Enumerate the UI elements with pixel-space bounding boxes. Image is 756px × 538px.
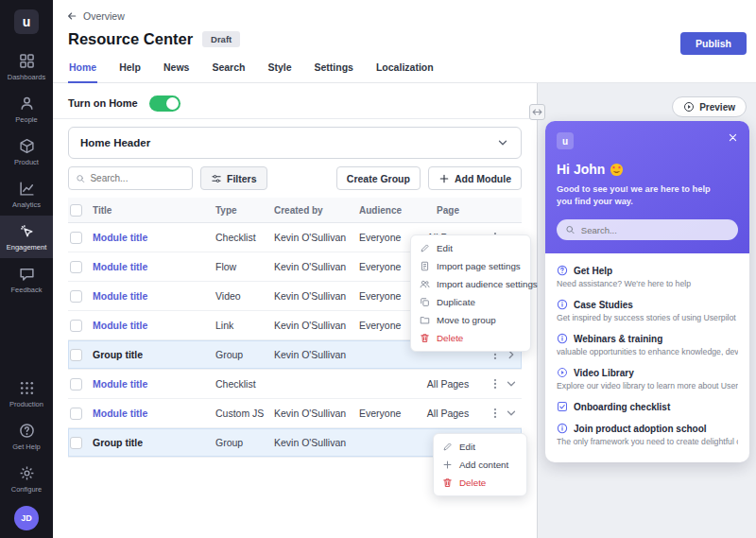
app-logo[interactable]: u (14, 9, 39, 34)
menu-item-label: Import page settings (437, 261, 521, 271)
tab-search[interactable]: Search (211, 55, 246, 83)
row-title[interactable]: Group title (93, 349, 215, 360)
menu-item-edit[interactable]: Edit (411, 239, 530, 257)
widget-greeting-text: Hi John (557, 162, 605, 177)
back-arrow-icon (66, 10, 77, 22)
kebab-menu-icon[interactable] (489, 407, 502, 420)
sidebar-item-dashboards[interactable]: Dashboards (0, 45, 53, 88)
resize-handle[interactable] (529, 104, 545, 120)
avatar-initials: JD (21, 513, 32, 523)
divider (53, 118, 537, 119)
sidebar-item-configure[interactable]: Configure (0, 458, 53, 500)
menu-item-delete[interactable]: Delete (434, 474, 526, 492)
tab-help[interactable]: Help (118, 55, 142, 83)
question-circle-icon (557, 265, 568, 276)
dashboards-icon (19, 53, 35, 69)
sidebar-item-analytics[interactable]: Analytics (0, 173, 53, 216)
table-row[interactable]: Module title Checklist All Pages (68, 370, 522, 399)
menu-item-import-audience-settings[interactable]: Import audience settings (411, 275, 530, 293)
menu-item-add-content[interactable]: Add content (434, 456, 526, 474)
preview-button[interactable]: Preview (672, 96, 747, 117)
row-checkbox[interactable] (70, 349, 82, 361)
widget-item-case-studies[interactable]: Case Studies Get inspired by success sto… (557, 299, 738, 322)
search-input[interactable] (90, 173, 185, 183)
chevron-down-icon[interactable] (505, 407, 518, 420)
row-created-by: Kevin O'Sullivan (274, 290, 359, 302)
search-icon (565, 224, 576, 235)
widget-item-onboarding-checklist[interactable]: Onboarding checklist (557, 401, 738, 412)
resource-center-app: u Dashboards People Product Analytics En… (0, 0, 756, 538)
sidebar-item-label: Production (9, 400, 43, 408)
widget-item-video-library[interactable]: Video Library Explore our video library … (557, 367, 738, 390)
info-circle-icon (557, 333, 568, 344)
menu-item-edit[interactable]: Edit (434, 438, 526, 456)
row-checkbox[interactable] (70, 378, 82, 390)
tab-home[interactable]: Home (68, 55, 97, 83)
home-toggle[interactable] (149, 95, 180, 112)
sidebar-item-label: Get Help (12, 443, 41, 451)
row-checkbox[interactable] (70, 437, 82, 449)
toggle-label: Turn on Home (68, 97, 138, 109)
widget-search-input[interactable] (581, 225, 730, 235)
widget-item-get-help[interactable]: Get Help Need assistance? We're here to … (557, 265, 738, 288)
add-module-button[interactable]: Add Module (428, 166, 522, 190)
chevron-down-icon[interactable] (505, 377, 518, 390)
cursor-click-icon (19, 223, 35, 239)
row-title[interactable]: Module title (93, 320, 215, 331)
row-type: Group (215, 437, 274, 448)
row-title[interactable]: Group title (93, 437, 215, 448)
trash-icon (420, 333, 430, 343)
row-title[interactable]: Module title (93, 378, 215, 390)
row-title[interactable]: Module title (93, 232, 215, 243)
row-checkbox[interactable] (70, 232, 82, 244)
sidebar-item-product[interactable]: Product (0, 130, 53, 173)
widget-item-webinars[interactable]: Webinars & training valuable opportuniti… (557, 333, 738, 356)
widget-item-desc: Need assistance? We're here to help (557, 279, 738, 288)
table-row[interactable]: Module title Custom JS Kevin O'Sullivan … (68, 399, 522, 428)
row-checkbox[interactable] (70, 320, 82, 332)
status-badge: Draft (202, 31, 240, 47)
menu-item-import-page-settings[interactable]: Import page settings (411, 257, 530, 275)
breadcrumb[interactable]: Overview (66, 10, 125, 22)
checklist-icon (557, 401, 568, 412)
publish-button[interactable]: Publish (680, 32, 747, 55)
menu-item-duplicate[interactable]: Duplicate (411, 293, 530, 311)
create-group-button[interactable]: Create Group (336, 166, 421, 190)
avatar[interactable]: JD (14, 506, 39, 530)
pencil-icon (420, 243, 430, 253)
row-checkbox[interactable] (70, 261, 82, 273)
tab-style[interactable]: Style (266, 55, 292, 83)
row-title[interactable]: Module title (93, 261, 215, 272)
sidebar-item-engagement[interactable]: Engagement (0, 216, 53, 258)
play-circle-icon (557, 367, 568, 378)
tab-settings[interactable]: Settings (314, 55, 354, 83)
column-title: Title (93, 205, 215, 216)
home-header-panel[interactable]: Home Header (68, 127, 522, 159)
tab-news[interactable]: News (163, 55, 190, 83)
page-title: Resource Center (68, 30, 193, 48)
menu-item-delete[interactable]: Delete (411, 329, 530, 347)
widget-item-adoption-school[interactable]: Join product adoption school The only fr… (557, 423, 738, 446)
app-logo-letter: u (23, 14, 31, 29)
widget-item-title: Webinars & training (574, 334, 662, 344)
tab-localization[interactable]: Localization (375, 55, 435, 83)
row-created-by: Kevin O'Sullivan (274, 232, 359, 243)
row-title[interactable]: Module title (93, 408, 215, 419)
plus-icon (438, 173, 450, 184)
sidebar-item-feedback[interactable]: Feedback (0, 258, 53, 301)
sidebar-item-production[interactable]: Production (0, 373, 53, 415)
widget-item-desc: Get inspired by success stories of using… (557, 313, 738, 322)
filters-button[interactable]: Filters (200, 166, 267, 190)
sidebar-item-get-help[interactable]: Get Help (0, 415, 53, 458)
select-all-checkbox[interactable] (70, 204, 82, 217)
row-checkbox[interactable] (70, 408, 82, 420)
menu-item-move-to-group[interactable]: Move to group (411, 311, 530, 329)
sidebar-item-people[interactable]: People (0, 88, 53, 130)
menu-item-label: Edit (459, 442, 475, 452)
kebab-menu-icon[interactable] (489, 377, 502, 390)
row-checkbox[interactable] (70, 290, 82, 303)
info-circle-icon (557, 299, 568, 310)
row-title[interactable]: Module title (93, 290, 215, 302)
close-icon[interactable] (728, 132, 738, 143)
chevron-down-icon[interactable] (496, 136, 509, 149)
